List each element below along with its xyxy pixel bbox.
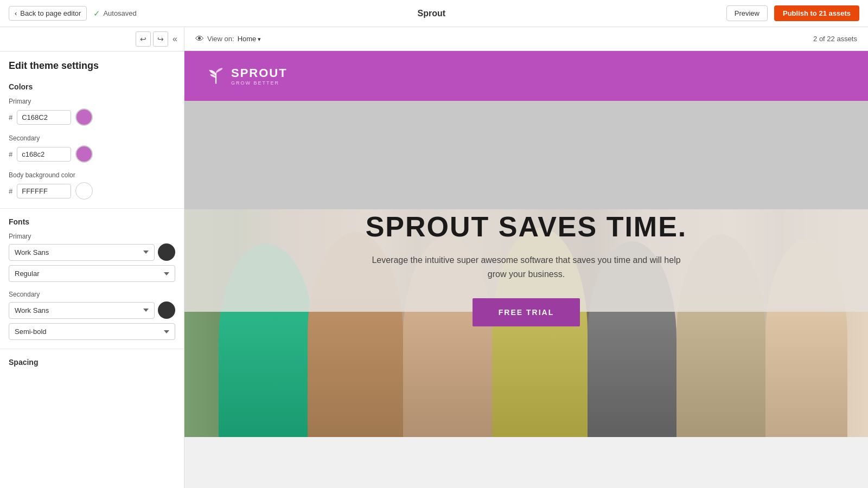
view-on-page-selector[interactable]: Home xyxy=(238,35,261,43)
body-bg-color-input[interactable] xyxy=(17,184,71,198)
panel-title: Edit theme settings xyxy=(0,52,184,76)
colors-section-label: Colors xyxy=(0,76,184,95)
hash-prefix-bg: # xyxy=(9,187,12,195)
app-name: Sprout xyxy=(418,9,446,18)
hero-cta-button[interactable]: FREE TRIAL xyxy=(473,298,580,326)
secondary-font-select[interactable]: Work Sans Arial Georgia Roboto xyxy=(9,302,155,319)
logo-text: SPROUT GROW BETTER xyxy=(231,66,288,86)
secondary-color-input[interactable] xyxy=(17,147,71,162)
autosaved-indicator: ✓ Autosaved xyxy=(93,9,136,18)
fonts-section-label: Fonts xyxy=(0,211,184,230)
secondary-color-swatch[interactable] xyxy=(75,145,93,163)
site-header: SPROUT GROW BETTER xyxy=(184,51,868,101)
primary-font-select-row: Work Sans Arial Georgia Roboto xyxy=(9,243,175,261)
undo-redo-controls: ↩ ↪ xyxy=(136,31,168,47)
primary-color-input[interactable] xyxy=(17,110,71,125)
site-hero: SPROUT SAVES TIME. Leverage the intuitiv… xyxy=(184,101,868,437)
hero-subtitle: Leverage the intuitive super awesome sof… xyxy=(363,253,689,281)
redo-button[interactable]: ↪ xyxy=(153,31,168,47)
secondary-font-style-select[interactable]: Semi-bold Bold Regular Light xyxy=(9,323,175,340)
logo-tagline: GROW BETTER xyxy=(231,80,288,86)
autosaved-label: Autosaved xyxy=(103,9,136,17)
primary-font-style-select[interactable]: Regular Bold Italic Light xyxy=(9,265,175,282)
logo-name: SPROUT xyxy=(231,66,288,80)
primary-font-select[interactable]: Work Sans Arial Georgia Roboto xyxy=(9,244,155,261)
top-bar: ‹ Back to page editor ✓ Autosaved Sprout… xyxy=(0,0,868,27)
primary-font-group: Primary Work Sans Arial Georgia Roboto R… xyxy=(0,230,184,288)
body-bg-color-group: Body background color # xyxy=(0,169,184,206)
secondary-font-select-row: Work Sans Arial Georgia Roboto xyxy=(9,301,175,319)
primary-color-row: # xyxy=(9,108,175,126)
secondary-color-label: Secondary xyxy=(9,134,175,142)
secondary-font-group: Secondary Work Sans Arial Georgia Roboto… xyxy=(0,288,184,346)
primary-font-label: Primary xyxy=(9,233,175,240)
primary-color-swatch[interactable] xyxy=(75,108,93,126)
hash-prefix-primary: # xyxy=(9,113,12,121)
secondary-color-group: Secondary # xyxy=(0,132,184,169)
preview-button[interactable]: Preview xyxy=(726,5,768,21)
view-on: 👁 View on: Home xyxy=(195,34,261,44)
hero-content: SPROUT SAVES TIME. Leverage the intuitiv… xyxy=(353,190,700,348)
back-to-editor-button[interactable]: ‹ Back to page editor xyxy=(9,6,87,21)
hash-prefix-secondary: # xyxy=(9,150,12,158)
body-bg-color-row: # xyxy=(9,182,175,200)
site-logo: SPROUT GROW BETTER xyxy=(206,66,288,86)
primary-color-group: Primary # xyxy=(0,95,184,132)
eye-icon: 👁 xyxy=(195,34,204,44)
top-bar-left: ‹ Back to page editor ✓ Autosaved xyxy=(9,6,137,21)
spacing-section-label: Spacing xyxy=(0,351,184,369)
body-bg-color-label: Body background color xyxy=(9,171,175,179)
undo-button[interactable]: ↩ xyxy=(136,31,151,47)
body-bg-color-swatch[interactable] xyxy=(75,182,93,200)
preview-bar: 👁 View on: Home 2 of 22 assets xyxy=(184,27,868,51)
primary-font-color-dot[interactable] xyxy=(158,243,175,261)
divider-2 xyxy=(0,349,184,349)
publish-button[interactable]: Publish to 21 assets xyxy=(774,5,859,21)
secondary-font-color-dot[interactable] xyxy=(158,301,175,319)
collapse-panel-button[interactable]: « xyxy=(173,34,177,44)
top-bar-right: Preview Publish to 21 assets xyxy=(726,5,859,21)
site-preview: SPROUT GROW BETTER xyxy=(184,51,868,437)
main-layout: ↩ ↪ « Edit theme settings Colors Primary… xyxy=(0,27,868,488)
view-on-label: View on: xyxy=(207,35,234,43)
panel-header: ↩ ↪ « xyxy=(0,27,184,52)
back-button-label: Back to page editor xyxy=(20,9,81,17)
right-preview: 👁 View on: Home 2 of 22 assets xyxy=(184,27,868,488)
divider-1 xyxy=(0,208,184,209)
left-panel: ↩ ↪ « Edit theme settings Colors Primary… xyxy=(0,27,184,488)
secondary-font-label: Secondary xyxy=(9,291,175,298)
sprout-logo-icon xyxy=(206,66,226,86)
chevron-left-icon: ‹ xyxy=(15,9,17,17)
site-preview-content: SPROUT GROW BETTER xyxy=(184,51,868,488)
hero-title: SPROUT SAVES TIME. xyxy=(363,211,689,242)
secondary-color-row: # xyxy=(9,145,175,163)
primary-color-label: Primary xyxy=(9,98,175,105)
assets-count: 2 of 22 assets xyxy=(813,35,857,43)
check-icon: ✓ xyxy=(93,9,100,18)
